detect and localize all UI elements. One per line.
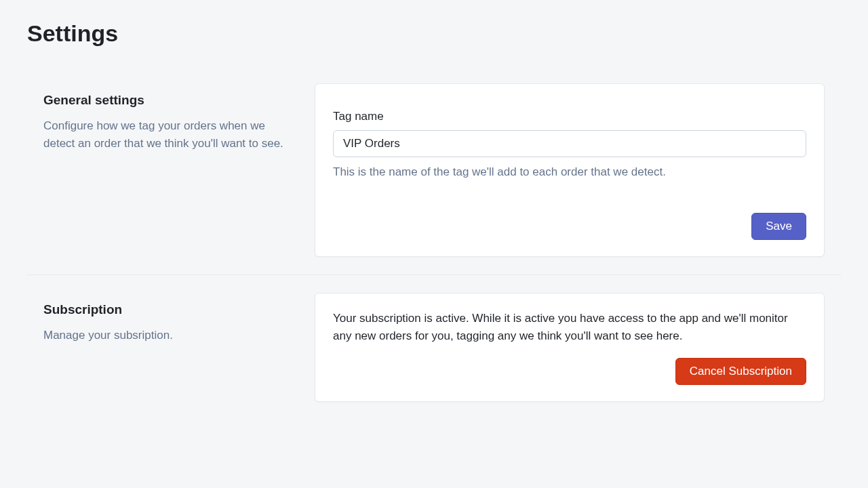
subscription-status-text: Your subscription is active. While it is… <box>333 310 806 344</box>
general-settings-card-container: Tag name This is the name of the tag we'… <box>315 83 825 257</box>
cancel-subscription-button[interactable]: Cancel Subscription <box>675 358 806 385</box>
subscription-heading: Subscription <box>43 302 288 317</box>
general-settings-card-footer: Save <box>315 198 824 256</box>
general-settings-description: Configure how we tag your orders when we… <box>43 117 288 152</box>
general-settings-card-body: Tag name This is the name of the tag we'… <box>315 84 824 179</box>
general-settings-info: General settings Configure how we tag yo… <box>43 83 288 257</box>
tag-name-label: Tag name <box>333 110 806 123</box>
settings-page: Settings General settings Configure how … <box>0 0 868 447</box>
subscription-card-body: Your subscription is active. While it is… <box>315 293 824 401</box>
subscription-actions: Cancel Subscription <box>333 358 806 385</box>
subscription-section: Subscription Manage your subsription. Yo… <box>27 274 841 420</box>
subscription-description: Manage your subsription. <box>43 327 288 344</box>
general-settings-card: Tag name This is the name of the tag we'… <box>315 83 825 257</box>
page-title: Settings <box>27 20 841 47</box>
tag-name-help-text: This is the name of the tag we'll add to… <box>333 165 806 179</box>
general-settings-heading: General settings <box>43 93 288 108</box>
save-button[interactable]: Save <box>751 213 806 240</box>
subscription-card: Your subscription is active. While it is… <box>315 293 825 402</box>
subscription-info: Subscription Manage your subsription. <box>43 293 288 402</box>
general-settings-section: General settings Configure how we tag yo… <box>27 66 841 274</box>
subscription-card-container: Your subscription is active. While it is… <box>315 293 825 402</box>
tag-name-input[interactable] <box>333 130 806 157</box>
